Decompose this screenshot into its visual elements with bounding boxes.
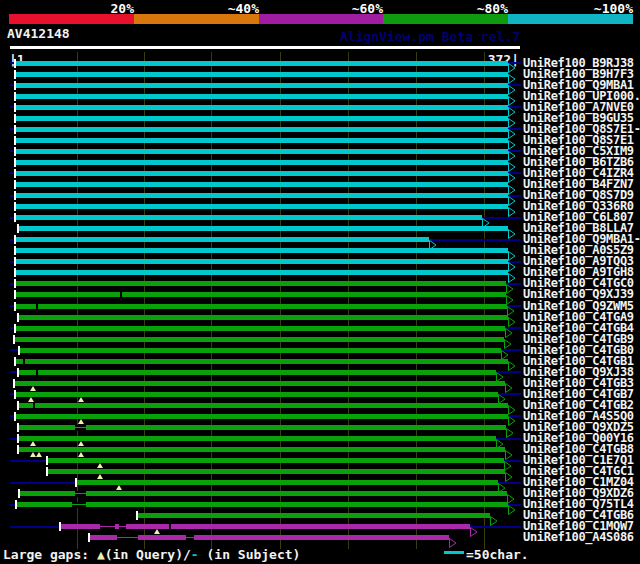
alignment-bar: [17, 436, 496, 441]
alignment-arrowhead-icon: [508, 180, 516, 190]
alignment-arrowhead-icon: [508, 69, 516, 79]
alignment-arrowhead-icon: [508, 268, 516, 278]
watermark-text: AlignView.pm Beta rel.7: [200, 29, 520, 44]
alignment-start-tick: [14, 202, 16, 211]
alignment-bar: [14, 270, 508, 275]
alignment-arrowhead-icon: [506, 290, 514, 300]
alignment-arrowhead-icon: [508, 80, 516, 90]
title-underline: [10, 46, 520, 49]
subject-gap-line: [75, 493, 86, 494]
alignment-bar: [14, 105, 508, 110]
alignment-arrowhead-icon: [508, 356, 516, 366]
alignment-start-tick: [14, 59, 16, 68]
alignment-start-tick: [18, 489, 20, 498]
alignment-arrowhead-icon: [508, 191, 516, 201]
alignment-bar: [14, 182, 508, 187]
scale-segment-0: [9, 14, 134, 24]
alignment-bar: [17, 425, 506, 430]
alignment-start-tick: [15, 500, 17, 509]
alignment-start-tick: [14, 103, 16, 112]
alignment-bar: [14, 171, 508, 176]
alignment-bar: [15, 502, 508, 507]
scalebar-legend-label: =50char.: [466, 547, 529, 562]
alignment-arrowhead-icon: [506, 279, 514, 289]
subject-gap-line: [72, 504, 86, 505]
scale-segment-4: [508, 14, 633, 24]
alignment-bar: [136, 513, 490, 518]
alignment-bar: [75, 480, 498, 485]
gap-tick: [33, 403, 35, 408]
alignment-arrowhead-icon: [505, 323, 513, 333]
query-gap-triangle-icon: [97, 474, 103, 479]
query-gap-triangle-icon: ▲: [97, 547, 105, 562]
alignment-bar: [14, 61, 508, 66]
alignment-bar: [18, 348, 501, 353]
query-gap-triangle-icon: [28, 397, 34, 402]
query-id-title: AV412148: [7, 26, 70, 41]
alignment-bar: [17, 403, 508, 408]
alignment-arrowhead-icon: [507, 301, 515, 311]
query-gap-triangle-icon: [116, 485, 122, 490]
alignment-arrowhead-icon: [508, 146, 516, 156]
alignment-bar: [14, 259, 508, 264]
gaps-legend-subject: (in Subject): [199, 547, 301, 562]
alignment-bar: [14, 326, 505, 331]
gap-tick: [120, 292, 122, 297]
query-gap-triangle-icon: [30, 441, 36, 446]
alignment-arrowhead-icon: [508, 246, 516, 256]
alignment-start-tick: [14, 136, 16, 145]
alignment-arrowhead-icon: [508, 113, 516, 123]
alignment-start-tick: [14, 158, 16, 167]
alignment-start-tick: [14, 302, 16, 311]
alignment-start-tick: [14, 191, 16, 200]
gaps-legend-query: (in Query)/: [105, 547, 191, 562]
alignment-start-tick: [14, 412, 16, 421]
alignment-start-tick: [14, 169, 16, 178]
alignment-arrowhead-icon: [496, 367, 504, 377]
alignment-arrowhead-icon: [429, 235, 437, 245]
alignment-arrowhead-icon: [496, 434, 504, 444]
alignment-arrowhead-icon: [505, 378, 513, 388]
query-gap-triangle-icon: [78, 419, 84, 424]
alignment-bar: [14, 248, 508, 253]
alignment-start-tick: [17, 423, 19, 432]
alignment-arrowhead-icon: [508, 224, 516, 234]
alignment-bar: [14, 281, 506, 286]
alignment-arrowhead-icon: [482, 213, 490, 223]
alignment-arrowhead-icon: [498, 389, 506, 399]
alignment-start-tick: [14, 257, 16, 266]
scale-segment-1: [134, 14, 259, 24]
alignment-bar: [18, 491, 507, 496]
alignment-bar: [14, 127, 508, 132]
alignment-arrowhead-icon: [504, 456, 512, 466]
hit-label: UniRef100_A4S086: [523, 531, 634, 543]
gap-tick: [169, 524, 171, 529]
alignment-start-tick: [13, 379, 15, 388]
alignment-start-tick: [75, 478, 77, 487]
alignment-start-tick: [14, 279, 16, 288]
query-gap-triangle-icon: [97, 463, 103, 468]
alignment-start-tick: [17, 401, 19, 410]
subject-gap: [75, 491, 86, 497]
alignment-start-tick: [17, 224, 19, 233]
alignment-start-tick: [17, 434, 19, 443]
alignment-arrowhead-icon: [508, 58, 516, 68]
alignment-start-tick: [14, 70, 16, 79]
alignment-bar: [17, 315, 508, 320]
scalebar-sample-line: [444, 551, 464, 554]
alignment-start-tick: [14, 92, 16, 101]
alignment-bar: [17, 447, 505, 452]
alignment-bar: [14, 292, 506, 297]
alignment-start-tick: [46, 456, 48, 465]
alignment-bar: [14, 193, 508, 198]
alignment-start-tick: [17, 445, 19, 454]
query-gap-triangle-icon: [78, 452, 84, 457]
alignment-arrowhead-icon: [508, 312, 516, 322]
gaps-legend: Large gaps: ▲(in Query)/- (in Subject): [3, 547, 300, 562]
subject-gap-line: [75, 427, 86, 428]
alignment-arrowhead-icon: [508, 157, 516, 167]
alignment-start-tick: [14, 81, 16, 90]
alignment-arrowhead-icon: [507, 489, 515, 499]
alignment-start-tick: [14, 213, 16, 222]
alignment-arrowhead-icon: [508, 135, 516, 145]
